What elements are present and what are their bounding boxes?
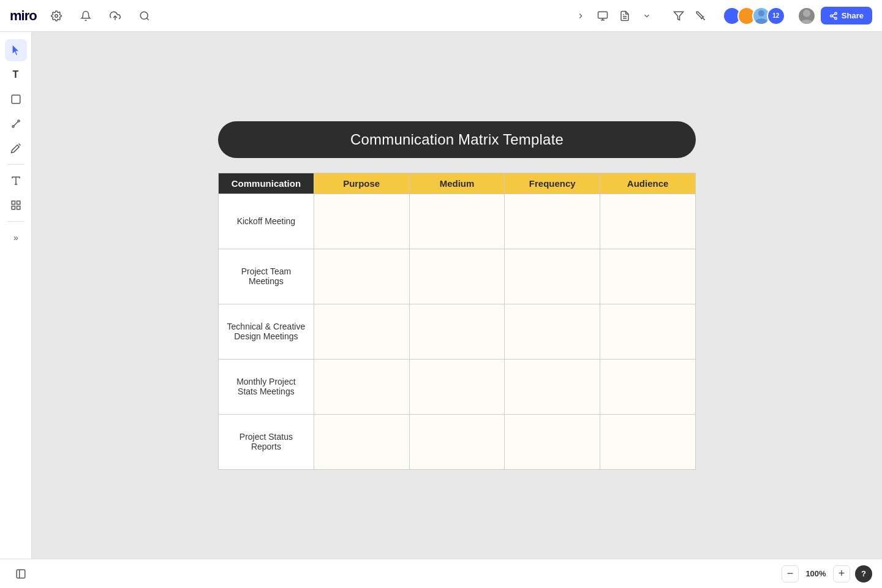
header-audience: Audience xyxy=(600,173,696,194)
svg-point-19 xyxy=(835,17,837,20)
svg-rect-31 xyxy=(17,206,20,209)
table-row: Monthly Project Stats Meetings xyxy=(219,359,696,414)
sticky-note-tool[interactable] xyxy=(5,88,27,110)
svg-line-12 xyxy=(704,19,705,20)
cell-empty[interactable] xyxy=(505,304,600,359)
settings-icon[interactable] xyxy=(47,6,66,26)
frames-tool[interactable] xyxy=(5,194,27,216)
cell-communication[interactable]: Kickoff Meeting xyxy=(219,194,314,249)
svg-point-13 xyxy=(758,10,764,16)
navbar: miro xyxy=(0,0,882,32)
cursor-tool[interactable] xyxy=(5,39,27,61)
matrix-table: Communication Purpose Medium Frequency A… xyxy=(218,173,696,470)
search-icon[interactable] xyxy=(135,6,154,26)
svg-line-3 xyxy=(146,18,148,20)
header-communication: Communication xyxy=(219,173,314,194)
table-header-row: Communication Purpose Medium Frequency A… xyxy=(219,173,696,194)
present-icon[interactable] xyxy=(593,6,612,26)
svg-rect-32 xyxy=(12,206,15,209)
view-toolbar xyxy=(571,6,657,26)
zoom-level: 100% xyxy=(804,569,828,578)
cell-communication[interactable]: Technical & Creative Design Meetings xyxy=(219,304,314,359)
board-title: Communication Matrix Template xyxy=(350,131,564,148)
cell-empty[interactable] xyxy=(409,414,505,469)
tool-separator-2 xyxy=(7,221,24,222)
share-label: Share xyxy=(842,11,864,20)
svg-rect-29 xyxy=(12,201,15,204)
cell-empty[interactable] xyxy=(600,249,696,304)
upload-icon[interactable] xyxy=(105,6,125,26)
svg-point-2 xyxy=(140,12,148,19)
svg-line-26 xyxy=(18,144,20,146)
board-content: Communication Matrix Template Communicat… xyxy=(218,121,696,470)
avatar-count: 12 xyxy=(767,7,785,25)
chevron-down-icon[interactable] xyxy=(637,6,657,26)
svg-line-20 xyxy=(832,16,835,17)
text-format-tool[interactable] xyxy=(5,170,27,192)
navbar-right: 12 Share xyxy=(571,6,872,26)
svg-point-18 xyxy=(831,15,833,17)
table-row: Project Status Reports xyxy=(219,414,696,469)
action-toolbar xyxy=(669,6,710,26)
help-button[interactable]: ? xyxy=(855,565,872,582)
cell-empty[interactable] xyxy=(505,414,600,469)
zoom-in-button[interactable]: + xyxy=(833,565,850,582)
zoom-out-button[interactable]: − xyxy=(782,565,799,582)
magic-icon[interactable] xyxy=(691,6,710,26)
bottom-right: − 100% + ? xyxy=(782,565,872,582)
cell-empty[interactable] xyxy=(409,194,505,249)
cell-empty[interactable] xyxy=(505,194,600,249)
svg-rect-22 xyxy=(12,95,20,104)
svg-rect-4 xyxy=(598,12,607,18)
notes-icon[interactable] xyxy=(615,6,635,26)
more-tools[interactable]: » xyxy=(5,227,27,249)
zoom-controls: − 100% + xyxy=(782,565,850,582)
tool-separator xyxy=(7,164,24,165)
table-row: Technical & Creative Design Meetings xyxy=(219,304,696,359)
filter-icon[interactable] xyxy=(669,6,688,26)
back-icon[interactable] xyxy=(571,6,590,26)
table-row: Project Team Meetings xyxy=(219,249,696,304)
cell-empty[interactable] xyxy=(505,249,600,304)
share-button[interactable]: Share xyxy=(821,7,872,24)
header-purpose: Purpose xyxy=(314,173,409,194)
navbar-left: miro xyxy=(10,6,154,26)
current-user-avatar xyxy=(797,7,816,25)
cell-communication[interactable]: Project Status Reports xyxy=(219,414,314,469)
cell-communication[interactable]: Monthly Project Stats Meetings xyxy=(219,359,314,414)
board-title-container: Communication Matrix Template xyxy=(218,121,696,158)
bottom-left xyxy=(10,563,32,585)
cell-communication[interactable]: Project Team Meetings xyxy=(219,249,314,304)
cell-empty[interactable] xyxy=(505,359,600,414)
canvas: Communication Matrix Template Communicat… xyxy=(32,32,882,559)
cell-empty[interactable] xyxy=(600,304,696,359)
miro-logo: miro xyxy=(10,8,37,24)
svg-rect-33 xyxy=(17,570,25,578)
avatars-group: 12 xyxy=(723,7,785,25)
left-toolbar: T » xyxy=(0,32,32,588)
cell-empty[interactable] xyxy=(314,414,409,469)
cell-empty[interactable] xyxy=(600,359,696,414)
text-tool[interactable]: T xyxy=(5,64,27,86)
pen-tool[interactable] xyxy=(5,137,27,159)
cell-empty[interactable] xyxy=(409,304,505,359)
svg-rect-30 xyxy=(17,201,20,204)
bottom-toolbar: − 100% + ? xyxy=(0,559,882,588)
svg-point-0 xyxy=(55,14,58,17)
cell-empty[interactable] xyxy=(409,359,505,414)
svg-line-25 xyxy=(13,122,18,126)
cell-empty[interactable] xyxy=(314,249,409,304)
cell-empty[interactable] xyxy=(314,194,409,249)
svg-line-21 xyxy=(832,13,835,15)
notifications-icon[interactable] xyxy=(76,6,96,26)
svg-marker-9 xyxy=(674,12,683,20)
header-medium: Medium xyxy=(409,173,505,194)
cell-empty[interactable] xyxy=(314,304,409,359)
cell-empty[interactable] xyxy=(600,194,696,249)
cell-empty[interactable] xyxy=(600,414,696,469)
panel-toggle[interactable] xyxy=(10,563,32,585)
cell-empty[interactable] xyxy=(314,359,409,414)
svg-point-17 xyxy=(835,12,837,15)
connector-tool[interactable] xyxy=(5,113,27,135)
cell-empty[interactable] xyxy=(409,249,505,304)
